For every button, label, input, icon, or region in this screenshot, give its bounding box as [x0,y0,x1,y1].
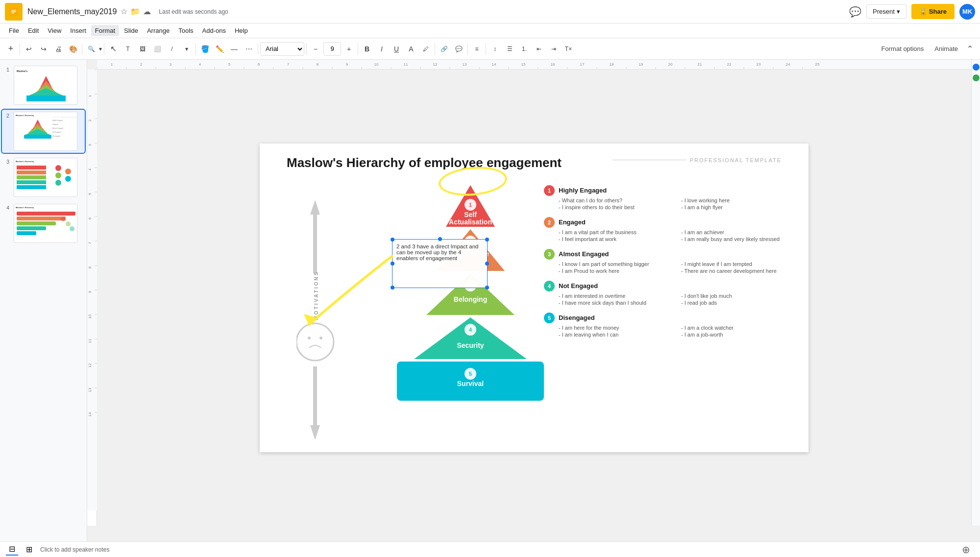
svg-rect-130 [313,366,317,425]
menu-insert[interactable]: Insert [66,25,90,36]
ordered-list-button[interactable]: 1. [517,42,531,56]
bold-button[interactable]: B [360,42,374,56]
slide-thumbnail-4[interactable]: 4 Maslow's Hierarchy [2,202,85,245]
italic-button[interactable]: I [375,42,389,56]
line-spacing-button[interactable]: ↕ [488,42,502,56]
separator [20,43,20,55]
menu-format[interactable]: Format [91,25,119,36]
app-icon[interactable] [5,3,23,21]
eng-desc-1: - What can I do for others? - I love wor… [544,197,799,210]
format-options-button[interactable]: Format options [877,43,929,54]
font-selector[interactable]: Arial [260,42,304,56]
line-button[interactable]: / [165,42,179,56]
slide-image-4: Maslow's Hierarchy [14,204,77,243]
menu-help[interactable]: Help [231,25,252,36]
align-button[interactable]: ≡ [470,42,484,56]
engagement-item-2: 2 Engaged - I am a vital part of the bus… [544,217,799,242]
undo-button[interactable]: ↩ [22,42,36,56]
svg-text:24: 24 [786,62,790,67]
selection-handle-br[interactable] [485,286,489,290]
svg-text:Disengaged: Disengaged [52,135,60,137]
indent-more-button[interactable]: ⇥ [547,42,561,56]
line-color-button[interactable]: ✏️ [213,42,226,56]
paint-format-button[interactable]: 🎨 [66,42,80,56]
add-slide-bottom-button[interactable]: ⊕ [962,544,970,556]
textbox-button[interactable]: T [121,42,135,56]
cloud-icon[interactable]: ☁ [143,7,151,16]
comment-button[interactable]: 💬 [849,6,861,18]
menu-slide[interactable]: Slide [120,25,142,36]
add-button[interactable]: + [4,42,18,56]
background-color-button[interactable]: 🪣 [198,42,212,56]
indent-less-button[interactable]: ⇤ [532,42,546,56]
share-button[interactable]: 🔒 Share [911,4,955,19]
selection-handle-ml[interactable] [391,262,394,266]
eng-title-3: Almost Engaged [559,250,609,258]
selection-handle-mr[interactable] [485,262,489,266]
present-label: Present [873,8,895,15]
selection-handle-bl[interactable] [391,286,394,290]
collapse-toolbar-button[interactable]: ⌃ [964,42,976,55]
svg-marker-138 [414,317,527,359]
more-shapes[interactable]: ▾ [180,42,194,56]
bottombar: ⊟ ⊞ Click to add speaker notes ⊕ [0,541,980,557]
selection-handle-tl[interactable] [391,238,394,242]
slide-thumbnail-3[interactable]: 3 Maslow's Hierarchy [2,156,85,199]
slide-thumbnail-1[interactable]: 1 Maslow's [2,64,85,107]
eng-desc-4: - I am interested in overtime - I don't … [544,293,799,306]
menu-tools[interactable]: Tools [174,25,197,36]
underline-button[interactable]: U [390,42,403,56]
svg-text:15: 15 [521,62,526,67]
right-panel-icon-1[interactable] [973,64,980,71]
grid-view-button[interactable]: ⊟ [6,543,18,556]
svg-text:Engaged: Engaged [52,123,58,125]
decrease-font-button[interactable]: − [309,42,322,56]
image-button[interactable]: 🖼 [136,42,149,56]
menu-edit[interactable]: Edit [24,25,43,36]
redo-button[interactable]: ↪ [37,42,50,56]
select-button[interactable]: ↖ [106,42,120,56]
print-button[interactable]: 🖨 [51,42,65,56]
svg-rect-3 [11,12,14,13]
text-selection-box[interactable]: 2 and 3 have a direct Impact and can be … [392,239,488,288]
clear-format-button[interactable]: T× [562,42,575,56]
menu-addons[interactable]: Add-ons [198,25,230,36]
animate-button[interactable]: Animate [930,43,963,54]
menu-view[interactable]: View [44,25,65,36]
star-icon[interactable]: ☆ [121,7,127,16]
font-size-input[interactable] [323,42,341,56]
svg-text:Security: Security [457,341,484,349]
slide-thumbnail-2[interactable]: 2 Maslow's Hierarchy Highly Engaged Enga… [2,110,85,153]
list-button[interactable]: ☰ [503,42,516,56]
svg-rect-29 [17,180,46,184]
comment-add-button[interactable]: 💬 [452,42,466,56]
menu-arrange[interactable]: Arrange [143,25,173,36]
highlight-button[interactable]: 🖊 [419,42,433,56]
selection-handle-tr[interactable] [485,238,489,242]
font-color-button[interactable]: A [404,42,418,56]
menu-file[interactable]: File [5,25,23,36]
link-button[interactable]: 🔗 [437,42,451,56]
svg-text:4: 4 [469,327,472,333]
filmstrip-button[interactable]: ⊞ [23,544,35,555]
svg-text:22: 22 [727,62,732,67]
svg-text:Maslow's Hierarchy: Maslow's Hierarchy [16,160,34,163]
user-avatar[interactable]: MK [959,4,975,20]
line-dash-button[interactable]: ⋯ [242,42,256,56]
present-button[interactable]: Present ▾ [866,4,906,19]
line-weight-button[interactable]: — [227,42,241,56]
svg-text:Not Engaged: Not Engaged [52,131,61,133]
svg-text:6: 6 [88,217,92,219]
folder-icon[interactable]: 📁 [130,7,140,16]
notes-placeholder[interactable]: Click to add speaker notes [40,546,109,553]
slide-canvas[interactable]: Maslow's Hierarchy of employee engagemen… [260,144,808,452]
right-panel-icon-2[interactable] [973,74,980,81]
svg-rect-28 [17,175,46,179]
increase-font-button[interactable]: + [342,42,356,56]
svg-text:12: 12 [433,62,438,67]
svg-text:14: 14 [88,412,92,416]
shapes-button[interactable]: ⬜ [150,42,164,56]
svg-text:25: 25 [815,62,820,67]
svg-point-31 [55,165,61,171]
zoom-button[interactable]: 🔍 [84,42,98,56]
